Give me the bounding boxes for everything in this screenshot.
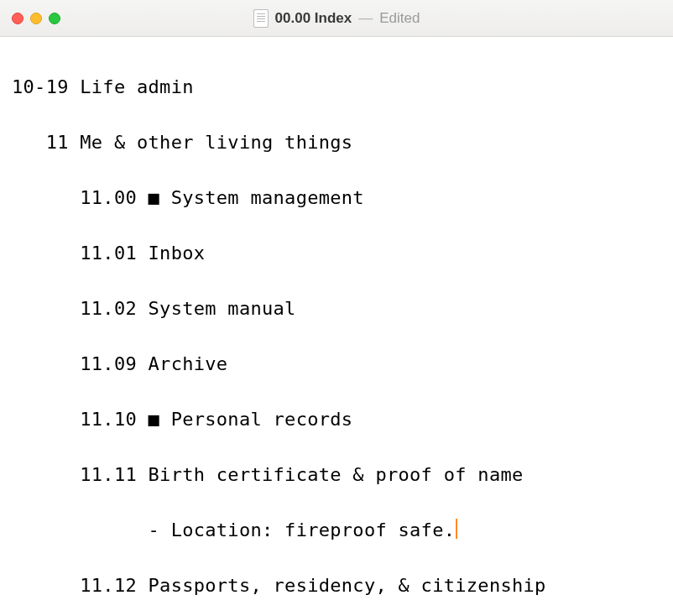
text-line: 11.12 Passports, residency, & citizenshi… xyxy=(0,572,673,599)
text-line: 11.02 System manual xyxy=(0,295,673,322)
traffic-lights xyxy=(12,13,60,24)
title-separator: — xyxy=(358,10,373,27)
document-status: Edited xyxy=(379,10,420,27)
window-close-button[interactable] xyxy=(12,13,23,24)
text-editor[interactable]: 10-19 Life admin 11 Me & other living th… xyxy=(0,37,673,616)
text-line: 11.00 ■ System management xyxy=(0,184,673,211)
text-line-content: - Location: fireproof safe. xyxy=(12,519,455,540)
text-line: 11.09 Archive xyxy=(0,350,673,378)
window-titlebar: 00.00 Index — Edited xyxy=(0,0,673,37)
text-line: 11.10 ■ Personal records xyxy=(0,405,673,433)
text-line: 11 Me & other living things xyxy=(0,128,673,156)
text-line: - Location: fireproof safe. xyxy=(0,516,673,544)
document-icon xyxy=(253,9,269,28)
text-line: 11.11 Birth certificate & proof of name xyxy=(0,461,673,488)
window-minimize-button[interactable] xyxy=(30,13,42,24)
document-title: 00.00 Index xyxy=(275,10,352,27)
window-maximize-button[interactable] xyxy=(49,13,60,24)
text-cursor xyxy=(456,519,457,539)
title-wrap: 00.00 Index — Edited xyxy=(0,9,673,28)
text-line: 11.01 Inbox xyxy=(0,239,673,267)
text-line: 10-19 Life admin xyxy=(0,73,673,101)
